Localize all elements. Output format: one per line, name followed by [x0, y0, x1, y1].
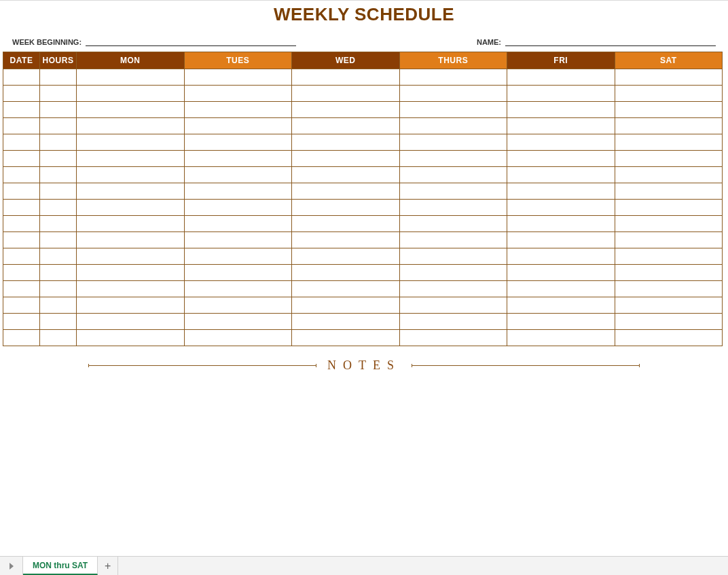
cell[interactable]: [184, 118, 292, 134]
cell[interactable]: [3, 69, 40, 86]
cell[interactable]: [399, 281, 507, 297]
cell[interactable]: [615, 118, 723, 134]
cell[interactable]: [399, 183, 507, 200]
cell[interactable]: [615, 134, 723, 151]
cell[interactable]: [184, 297, 292, 314]
cell[interactable]: [292, 265, 400, 281]
cell[interactable]: [77, 118, 185, 134]
cell[interactable]: [292, 134, 400, 151]
cell[interactable]: [399, 102, 507, 118]
add-sheet-button[interactable]: +: [98, 557, 118, 575]
cell[interactable]: [615, 151, 723, 167]
cell[interactable]: [77, 183, 185, 200]
cell[interactable]: [615, 232, 723, 248]
cell[interactable]: [399, 216, 507, 232]
cell[interactable]: [40, 281, 77, 297]
cell[interactable]: [3, 86, 40, 102]
cell[interactable]: [292, 167, 400, 183]
cell[interactable]: [77, 200, 185, 216]
cell[interactable]: [77, 232, 185, 248]
cell[interactable]: [292, 102, 400, 118]
cell[interactable]: [399, 167, 507, 183]
cell[interactable]: [399, 330, 507, 346]
cell[interactable]: [615, 200, 723, 216]
cell[interactable]: [615, 330, 723, 346]
cell[interactable]: [77, 167, 185, 183]
cell[interactable]: [615, 167, 723, 183]
cell[interactable]: [184, 281, 292, 297]
sheet-tab-active[interactable]: MON thru SAT: [23, 557, 98, 575]
cell[interactable]: [77, 297, 185, 314]
cell[interactable]: [399, 118, 507, 134]
cell[interactable]: [77, 330, 185, 346]
cell[interactable]: [507, 167, 615, 183]
cell[interactable]: [3, 297, 40, 314]
cell[interactable]: [3, 265, 40, 281]
cell[interactable]: [292, 281, 400, 297]
cell[interactable]: [77, 314, 185, 330]
cell[interactable]: [40, 69, 77, 86]
cell[interactable]: [40, 232, 77, 248]
cell[interactable]: [77, 248, 185, 265]
cell[interactable]: [3, 134, 40, 151]
week-beginning-input[interactable]: [86, 35, 296, 46]
cell[interactable]: [399, 297, 507, 314]
cell[interactable]: [615, 102, 723, 118]
cell[interactable]: [40, 265, 77, 281]
name-input[interactable]: [505, 35, 716, 46]
cell[interactable]: [184, 216, 292, 232]
cell[interactable]: [3, 167, 40, 183]
cell[interactable]: [507, 297, 615, 314]
cell[interactable]: [184, 151, 292, 167]
cell[interactable]: [40, 118, 77, 134]
cell[interactable]: [399, 151, 507, 167]
cell[interactable]: [40, 102, 77, 118]
cell[interactable]: [77, 86, 185, 102]
cell[interactable]: [184, 167, 292, 183]
cell[interactable]: [40, 167, 77, 183]
cell[interactable]: [615, 265, 723, 281]
cell[interactable]: [615, 281, 723, 297]
cell[interactable]: [507, 134, 615, 151]
cell[interactable]: [77, 281, 185, 297]
cell[interactable]: [3, 200, 40, 216]
cell[interactable]: [184, 134, 292, 151]
cell[interactable]: [184, 86, 292, 102]
cell[interactable]: [507, 86, 615, 102]
cell[interactable]: [507, 183, 615, 200]
cell[interactable]: [184, 314, 292, 330]
cell[interactable]: [507, 281, 615, 297]
cell[interactable]: [615, 69, 723, 86]
cell[interactable]: [507, 248, 615, 265]
cell[interactable]: [615, 86, 723, 102]
cell[interactable]: [399, 69, 507, 86]
cell[interactable]: [399, 232, 507, 248]
cell[interactable]: [507, 265, 615, 281]
cell[interactable]: [292, 216, 400, 232]
cell[interactable]: [184, 102, 292, 118]
cell[interactable]: [77, 151, 185, 167]
cell[interactable]: [3, 151, 40, 167]
cell[interactable]: [615, 183, 723, 200]
cell[interactable]: [184, 265, 292, 281]
cell[interactable]: [292, 314, 400, 330]
cell[interactable]: [77, 69, 185, 86]
cell[interactable]: [292, 118, 400, 134]
cell[interactable]: [40, 248, 77, 265]
cell[interactable]: [3, 183, 40, 200]
cell[interactable]: [615, 297, 723, 314]
cell[interactable]: [399, 86, 507, 102]
cell[interactable]: [40, 314, 77, 330]
cell[interactable]: [292, 232, 400, 248]
cell[interactable]: [77, 216, 185, 232]
cell[interactable]: [184, 232, 292, 248]
cell[interactable]: [615, 314, 723, 330]
cell[interactable]: [292, 330, 400, 346]
cell[interactable]: [3, 330, 40, 346]
cell[interactable]: [615, 248, 723, 265]
cell[interactable]: [3, 314, 40, 330]
cell[interactable]: [184, 330, 292, 346]
cell[interactable]: [77, 134, 185, 151]
cell[interactable]: [292, 297, 400, 314]
cell[interactable]: [292, 248, 400, 265]
